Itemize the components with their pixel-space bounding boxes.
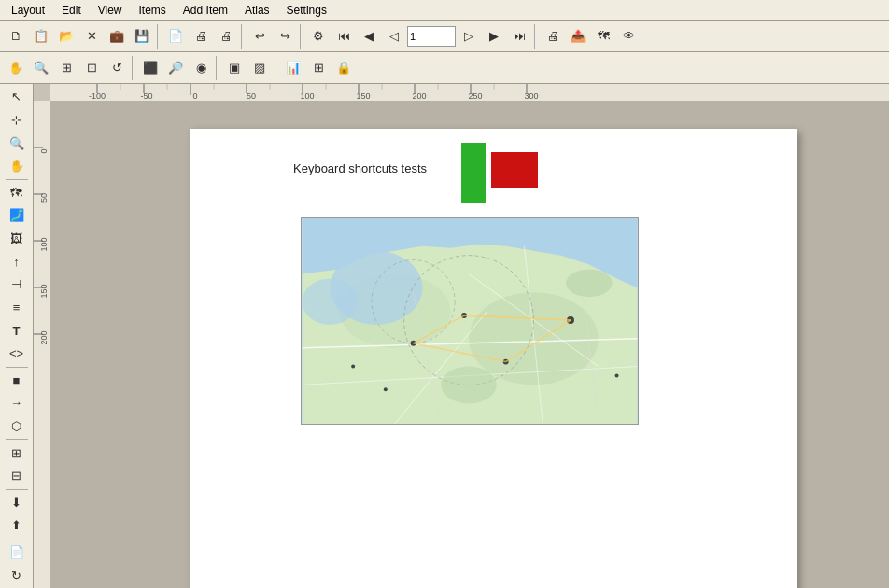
add-arrow-button[interactable]: → (5, 392, 29, 414)
menu-layout[interactable]: Layout (4, 2, 52, 19)
canvas-area: -100 -50 0 50 100 150 200 250 300 (34, 84, 889, 588)
map-item[interactable] (301, 217, 639, 425)
menubar: Layout Edit View Items Add Item Atlas Se… (0, 0, 889, 21)
sep5 (132, 56, 135, 80)
add-html-button[interactable]: <> (5, 343, 29, 365)
menu-view[interactable]: View (91, 2, 130, 19)
page-number-input[interactable] (407, 26, 456, 47)
select-all-button[interactable]: ◉ (189, 56, 213, 80)
export-pdf-button[interactable]: 📄 (163, 24, 188, 49)
lower-button[interactable]: ⬇ (5, 492, 29, 514)
undo-button[interactable]: ↩ (247, 24, 272, 49)
next-feature-button[interactable]: ▶ (482, 24, 506, 49)
menu-add-item[interactable]: Add Item (176, 2, 235, 19)
zoom-select-tool[interactable]: 🔍 (5, 132, 29, 154)
svg-text:150: 150 (39, 284, 49, 298)
svg-point-43 (303, 278, 358, 325)
svg-point-58 (615, 373, 619, 377)
print-as-button[interactable]: 🖨 (214, 24, 238, 49)
toolbar-main: 🗋 📋 📂 ✕ 💼 💾 📄 🖨 🖨 ↩ ↪ ⚙ ⏮ ◀ ◁ ▷ ▶ ⏭ 🖨 📤 … (0, 21, 889, 52)
svg-text:100: 100 (39, 237, 49, 251)
save-button[interactable]: 💾 (130, 24, 154, 49)
left-sep2 (6, 367, 28, 368)
print2-button[interactable]: 🖨 (541, 24, 565, 49)
table-button[interactable]: ⊞ (306, 56, 331, 80)
add-label-button[interactable]: T (5, 319, 29, 342)
add-fixedtable-button[interactable]: ⊟ (5, 465, 29, 487)
svg-text:200: 200 (412, 91, 426, 101)
ruler-top: -100 -50 0 50 100 150 200 250 300 (50, 84, 889, 101)
ruler-left-svg: 0 50 100 150 200 (34, 101, 50, 588)
toolbar-view: ✋ 🔍 ⊞ ⊡ ↺ ⬛ 🔎 ◉ ▣ ▨ 📊 ⊞ 🔒 (0, 52, 889, 84)
select-move-button[interactable]: ↖ (5, 86, 29, 108)
export2-button[interactable]: 📤 (566, 24, 590, 49)
atlas-settings-button[interactable]: ⚙ (306, 24, 331, 49)
raise-button[interactable]: ⬆ (5, 514, 29, 537)
pan-button[interactable]: ✋ (4, 56, 28, 80)
page-button[interactable]: 📄 (5, 541, 29, 564)
menu-settings[interactable]: Settings (279, 2, 334, 19)
open-templates-button[interactable]: 📋 (29, 24, 53, 49)
refresh-button[interactable]: ↺ (105, 56, 129, 80)
green-rectangle[interactable] (461, 143, 486, 203)
left-sep4 (6, 489, 28, 490)
sep6 (216, 56, 219, 80)
ungroup-button[interactable]: ▨ (247, 56, 272, 80)
menu-edit[interactable]: Edit (54, 2, 89, 19)
discard-button[interactable]: ✕ (79, 24, 104, 49)
prev-feature-button[interactable]: ◀ (357, 24, 381, 49)
menu-items[interactable]: Items (132, 2, 174, 19)
pan-content-button[interactable]: ✋ (5, 155, 29, 177)
canvas-scroll[interactable]: Keyboard shortcuts tests (50, 101, 889, 588)
svg-text:0: 0 (192, 91, 197, 101)
new-button[interactable]: 🗋 (4, 24, 28, 49)
svg-point-64 (566, 270, 613, 298)
atlas-export-button[interactable]: 🗺 (591, 24, 615, 49)
svg-text:-50: -50 (140, 91, 152, 101)
zoom-fit-button[interactable]: ⊡ (79, 56, 104, 80)
add-shape-button[interactable]: ■ (5, 370, 29, 392)
add-image-button[interactable]: 🖼 (5, 228, 29, 250)
add-north-arrow-button[interactable]: ↑ (5, 250, 29, 273)
save-as-button[interactable]: 💼 (105, 24, 129, 49)
svg-text:50: 50 (247, 91, 256, 101)
svg-point-59 (384, 387, 388, 391)
main-area: ↖ ⊹ 🔍 ✋ 🗺 🗾 🖼 ↑ ⊣ ≡ T <> ■ → ⬡ ⊞ ⊟ ⬇ ⬆ 📄… (0, 84, 889, 588)
select-button[interactable]: ⬛ (138, 56, 162, 80)
print-button[interactable]: 🖨 (189, 24, 213, 49)
lock-button[interactable]: 🔒 (332, 56, 356, 80)
sep7 (275, 56, 278, 80)
zoom-rect-button[interactable]: 🔎 (163, 56, 188, 80)
zoom-in-button[interactable]: 🔍 (29, 56, 53, 80)
add-polygon-button[interactable]: ⬡ (5, 415, 29, 438)
left-sep5 (6, 539, 28, 539)
add-attrtable-button[interactable]: ⊞ (5, 441, 29, 464)
rotate-button[interactable]: ↻ (5, 564, 29, 586)
open-button[interactable]: 📂 (54, 24, 78, 49)
move-content-button[interactable]: ⊹ (5, 109, 29, 132)
redo-button[interactable]: ↪ (273, 24, 297, 49)
keyboard-shortcuts-label: Keyboard shortcuts tests (293, 161, 427, 175)
first-feature-button[interactable]: ⏮ (332, 24, 356, 49)
add-scalebar-button[interactable]: ⊣ (5, 273, 29, 296)
svg-point-57 (351, 365, 355, 369)
sep2 (241, 24, 245, 49)
add-3dmap-button[interactable]: 🗾 (5, 204, 29, 227)
chart-button[interactable]: 📊 (281, 56, 305, 80)
zoom-full-button[interactable]: ⊞ (54, 56, 78, 80)
add-map-button[interactable]: 🗺 (5, 181, 29, 203)
last-feature-button[interactable]: ⏭ (507, 24, 531, 49)
ruler-top-svg: -100 -50 0 50 100 150 200 250 300 (50, 84, 889, 101)
svg-text:100: 100 (300, 91, 314, 101)
left-toolbar: ↖ ⊹ 🔍 ✋ 🗺 🗾 🖼 ↑ ⊣ ≡ T <> ■ → ⬡ ⊞ ⊟ ⬇ ⬆ 📄… (0, 84, 34, 588)
preview-button[interactable]: 👁 (616, 24, 641, 49)
menu-atlas[interactable]: Atlas (237, 2, 277, 19)
left-sep1 (6, 179, 28, 180)
red-rectangle[interactable] (491, 152, 538, 188)
add-legend-button[interactable]: ≡ (5, 297, 29, 319)
group-button[interactable]: ▣ (222, 56, 247, 80)
next-button[interactable]: ▷ (457, 24, 481, 49)
svg-text:150: 150 (356, 91, 370, 101)
canvas-inner: Keyboard shortcuts tests (50, 101, 889, 588)
prev-button[interactable]: ◁ (382, 24, 406, 49)
